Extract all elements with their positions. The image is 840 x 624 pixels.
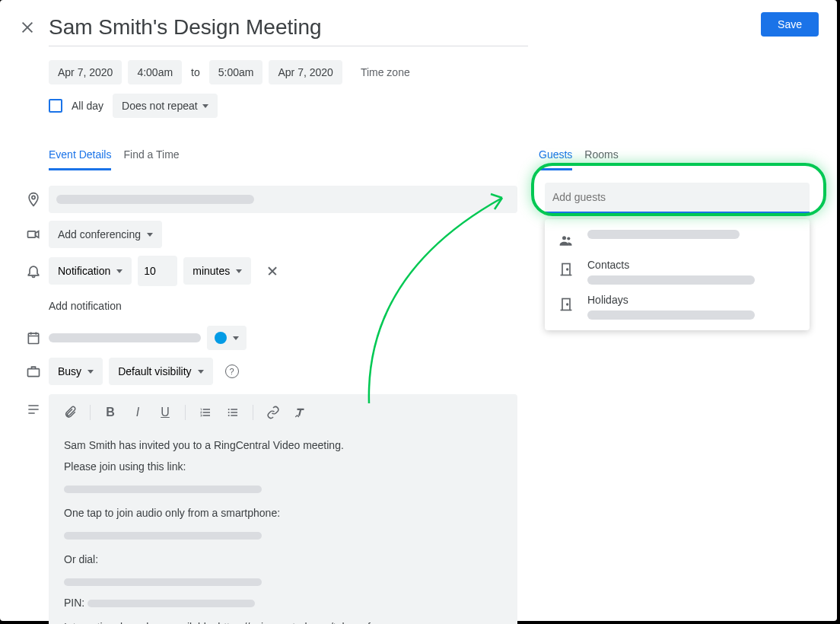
description-icon [18,402,49,417]
desc-pin: PIN: [64,597,84,609]
end-time[interactable]: 5:00am [209,60,263,84]
location-input[interactable] [49,186,517,213]
guests-suggestions-dropdown: Contacts Holidays [545,219,810,330]
svg-point-12 [567,304,568,305]
allday-checkbox[interactable] [49,99,62,113]
tab-event-details[interactable]: Event Details [49,148,111,170]
italic-icon[interactable]: I [126,400,150,425]
tab-find-time[interactable]: Find a Time [123,148,179,170]
svg-point-5 [228,412,230,413]
svg-point-6 [228,415,230,416]
svg-rect-1 [28,231,36,237]
notification-unit-select[interactable]: minutes [183,257,251,285]
visibility-select[interactable]: Default visibility [109,358,212,385]
tab-rooms[interactable]: Rooms [584,148,618,170]
end-date[interactable]: Apr 7, 2020 [269,60,342,84]
allday-label: All day [72,100,103,112]
svg-point-10 [567,269,568,270]
notification-icon [18,263,49,279]
color-select[interactable] [207,326,247,350]
add-guests-input[interactable] [545,183,810,213]
add-conferencing[interactable]: Add conferencing [49,221,162,248]
room-icon [557,295,575,314]
calendar-icon [18,330,49,345]
svg-point-7 [562,236,566,240]
svg-point-8 [567,237,570,240]
bullet-list-icon[interactable] [221,400,245,425]
room-icon [557,260,575,279]
suggestion-holidays[interactable]: Holidays [545,289,810,324]
briefcase-icon [18,364,49,379]
attach-icon[interactable] [58,400,82,425]
link-icon[interactable] [261,400,285,425]
people-icon [557,231,575,250]
desc-line: Or dial: [64,551,502,568]
numbered-list-icon[interactable] [193,400,218,425]
add-notification-button[interactable]: Add notification [49,294,122,318]
bold-icon[interactable]: B [98,400,123,425]
video-icon [18,227,49,242]
event-title-input[interactable] [49,12,528,46]
location-icon [18,192,49,207]
desc-line: International numbers available: https:/… [64,619,502,624]
notification-type-select[interactable]: Notification [49,257,132,285]
description-editor[interactable]: B I U [49,394,517,624]
suggestion-item[interactable] [545,225,810,254]
timezone-link[interactable]: Time zone [361,66,410,78]
notification-value-input[interactable] [138,256,177,286]
remove-notification-button[interactable] [263,262,282,280]
busy-select[interactable]: Busy [49,358,103,385]
desc-line: Please join using this link: [64,458,502,475]
close-button[interactable] [18,18,37,37]
svg-point-4 [228,409,230,410]
start-time[interactable]: 4:00am [128,60,182,84]
desc-line: Sam Smith has invited you to a RingCentr… [64,437,502,454]
tab-guests[interactable]: Guests [539,148,572,170]
svg-point-0 [32,196,35,199]
desc-line: One tap to join audio only from a smartp… [64,505,502,521]
visibility-help-icon[interactable]: ? [225,365,239,378]
svg-rect-3 [28,369,40,377]
start-date[interactable]: Apr 7, 2020 [49,60,122,84]
save-button[interactable]: Save [761,12,819,37]
clear-format-icon[interactable] [288,400,313,425]
calendar-name[interactable] [49,333,201,342]
underline-icon[interactable]: U [153,400,177,425]
svg-rect-2 [28,333,38,343]
repeat-select[interactable]: Does not repeat [113,94,218,118]
suggestion-contacts[interactable]: Contacts [545,254,810,289]
to-label: to [188,66,203,78]
